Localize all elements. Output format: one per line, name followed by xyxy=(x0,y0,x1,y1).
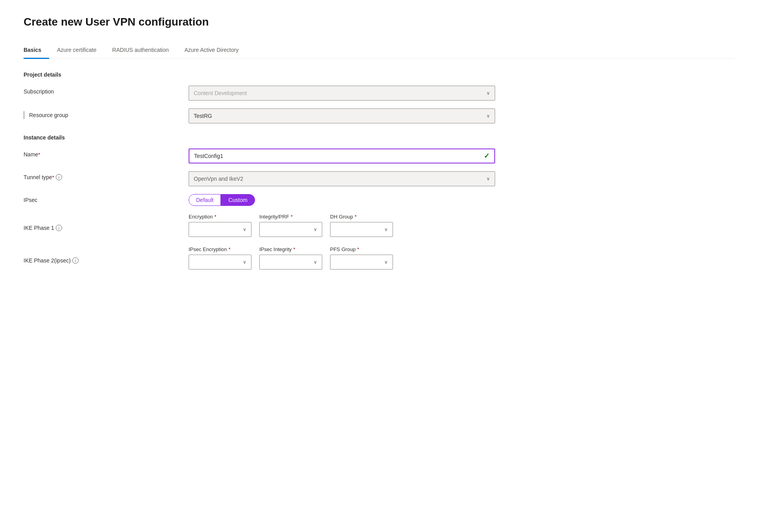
name-checkmark-icon: ✓ xyxy=(484,152,490,160)
encryption-dropdown[interactable]: ∨ xyxy=(189,222,251,237)
name-required-star: * xyxy=(38,152,40,158)
ike-phase1-fields: Encryption * ∨ Integrity/PRF * ∨ xyxy=(189,214,734,237)
subscription-label: Subscription xyxy=(24,88,54,95)
dh-group-arrow: ∨ xyxy=(384,227,388,232)
ipsec-integrity-dropdown[interactable]: ∨ xyxy=(259,255,322,270)
tunnel-type-row: Tunnel type * i OpenVpn and IkeV2 ∨ xyxy=(24,171,734,186)
resource-group-dropdown[interactable]: TestRG ∨ xyxy=(189,108,495,123)
indent-line xyxy=(24,111,24,119)
tab-basics[interactable]: Basics xyxy=(24,43,49,59)
resource-group-value: TestRG xyxy=(194,113,212,119)
dh-group-field-group: DH Group * ∨ xyxy=(330,214,393,237)
tunnel-type-required-star: * xyxy=(52,174,54,180)
instance-details-section: Instance details Name * TestConfig1 ✓ Tu… xyxy=(24,134,734,270)
encryption-field-group: Encryption * ∨ xyxy=(189,214,251,237)
tunnel-type-info-icon[interactable]: i xyxy=(56,174,62,180)
ike-phase2-label: IKE Phase 2(ipsec) xyxy=(24,257,71,264)
encryption-required-star: * xyxy=(214,214,216,220)
pfs-group-required-star: * xyxy=(357,246,359,252)
ipsec-integrity-arrow: ∨ xyxy=(314,259,317,265)
pfs-group-field-group: PFS Group * ∨ xyxy=(330,246,393,270)
page-title: Create new User VPN configuration xyxy=(24,16,734,28)
tunnel-type-label: Tunnel type xyxy=(24,174,52,180)
ike-phase1-row: IKE Phase 1 i Encryption * ∨ Integrity/P… xyxy=(24,214,734,237)
tunnel-type-dropdown-arrow: ∨ xyxy=(486,176,490,182)
name-input[interactable]: TestConfig1 ✓ xyxy=(189,149,495,163)
ike-phase2-row: IKE Phase 2(ipsec) i IPsec Encryption * … xyxy=(24,246,734,270)
ipsec-encryption-label: IPsec Encryption xyxy=(189,246,227,252)
integrity-prf-dropdown[interactable]: ∨ xyxy=(259,222,322,237)
ipsec-integrity-required-star: * xyxy=(293,246,295,252)
ipsec-toggle-col: Default Custom xyxy=(189,194,734,206)
encryption-label: Encryption xyxy=(189,214,213,220)
resource-group-row: Resource group TestRG ∨ xyxy=(24,108,734,123)
dh-group-dropdown[interactable]: ∨ xyxy=(330,222,393,237)
name-row: Name * TestConfig1 ✓ xyxy=(24,149,734,163)
ipsec-encryption-arrow: ∨ xyxy=(243,259,246,265)
tabs-nav: Basics Azure certificate RADIUS authenti… xyxy=(24,42,734,59)
ipsec-toggle-group: Default Custom xyxy=(189,194,734,206)
tab-azure-certificate[interactable]: Azure certificate xyxy=(57,43,104,59)
tab-azure-active-directory[interactable]: Azure Active Directory xyxy=(185,43,247,59)
subscription-dropdown[interactable]: Content Development ∨ xyxy=(189,86,495,101)
pfs-group-dropdown[interactable]: ∨ xyxy=(330,255,393,270)
resource-group-dropdown-arrow: ∨ xyxy=(486,113,490,119)
ipsec-default-button[interactable]: Default xyxy=(189,194,221,206)
resource-group-label: Resource group xyxy=(29,112,68,118)
ike-phase2-fields: IPsec Encryption * ∨ IPsec Integrity * ∨ xyxy=(189,246,734,270)
project-details-header: Project details xyxy=(24,72,734,78)
name-value: TestConfig1 xyxy=(194,153,223,159)
encryption-arrow: ∨ xyxy=(243,227,246,232)
pfs-group-label: PFS Group xyxy=(330,246,356,252)
subscription-value: Content Development xyxy=(194,90,247,96)
ipsec-custom-button[interactable]: Custom xyxy=(221,194,255,206)
ipsec-encryption-dropdown[interactable]: ∨ xyxy=(189,255,251,270)
instance-details-header: Instance details xyxy=(24,134,734,141)
ike-phase2-info-icon[interactable]: i xyxy=(72,257,79,264)
subscription-input-col: Content Development ∨ xyxy=(189,86,734,101)
ipsec-integrity-field-group: IPsec Integrity * ∨ xyxy=(259,246,322,270)
ipsec-encryption-field-group: IPsec Encryption * ∨ xyxy=(189,246,251,270)
dh-group-label: DH Group xyxy=(330,214,353,220)
ipsec-label: IPsec xyxy=(24,197,37,203)
pfs-group-arrow: ∨ xyxy=(384,259,388,265)
tab-radius-authentication[interactable]: RADIUS authentication xyxy=(112,43,177,59)
integrity-prf-arrow: ∨ xyxy=(314,227,317,232)
integrity-prf-field-group: Integrity/PRF * ∨ xyxy=(259,214,322,237)
resource-group-input-col: TestRG ∨ xyxy=(189,108,734,123)
ike-phase1-info-icon[interactable]: i xyxy=(56,225,62,231)
ipsec-row: IPsec Default Custom xyxy=(24,194,734,206)
ike-phase1-label: IKE Phase 1 xyxy=(24,225,54,231)
ipsec-encryption-required-star: * xyxy=(229,246,231,252)
subscription-row: Subscription Content Development ∨ xyxy=(24,86,734,101)
dh-group-required-star: * xyxy=(355,214,357,220)
name-label: Name xyxy=(24,151,38,158)
tunnel-type-value: OpenVpn and IkeV2 xyxy=(194,176,243,182)
subscription-dropdown-arrow: ∨ xyxy=(486,90,490,96)
tunnel-type-dropdown[interactable]: OpenVpn and IkeV2 ∨ xyxy=(189,171,495,186)
integrity-prf-label: Integrity/PRF xyxy=(259,214,289,220)
integrity-prf-required-star: * xyxy=(291,214,293,220)
tunnel-type-input-col: OpenVpn and IkeV2 ∨ xyxy=(189,171,734,186)
project-details-section: Project details Subscription Content Dev… xyxy=(24,72,734,123)
ipsec-integrity-label: IPsec Integrity xyxy=(259,246,292,252)
name-input-col: TestConfig1 ✓ xyxy=(189,149,734,163)
